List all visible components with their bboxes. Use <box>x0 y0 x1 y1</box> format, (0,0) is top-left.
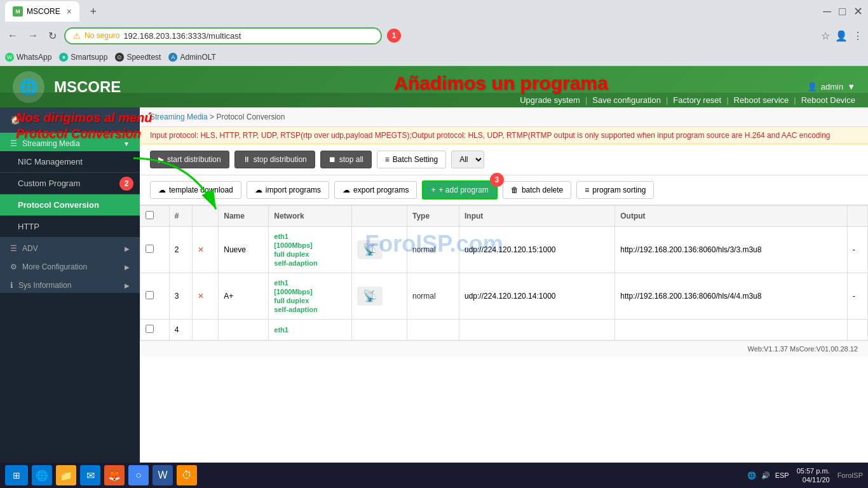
sidebar-item-http[interactable]: HTTP <box>0 216 140 238</box>
upgrade-system-link[interactable]: Upgrade system <box>520 95 580 105</box>
bookmark-whatsapp[interactable]: W WhatsApp <box>5 53 51 62</box>
row3-network: eth1[1000Mbps]full duplexself-adaption <box>269 273 352 320</box>
adv-arrow-icon: ▶ <box>125 245 130 252</box>
import-icon: ☁ <box>255 186 262 194</box>
taskbar-time-value: 05:57 p.m. <box>797 466 830 475</box>
tab-close[interactable]: × <box>67 6 72 17</box>
start-button[interactable]: ⊞ <box>5 465 28 485</box>
col-id: # <box>169 206 192 227</box>
row3-checkbox[interactable] <box>140 273 170 320</box>
start-icon: ▶ <box>158 155 164 164</box>
sidebar-item-protocol[interactable]: Protocol Conversion <box>0 194 140 216</box>
template-download-button[interactable]: ☁ template download <box>150 181 241 199</box>
row2-checkbox[interactable] <box>140 227 170 273</box>
nav-forward-icon[interactable]: → <box>25 27 41 44</box>
sidebar-section-adv[interactable]: ☰ ADV ▶ <box>0 238 140 256</box>
maximize-icon[interactable]: □ <box>839 5 846 18</box>
taskbar-firefox[interactable]: 🦊 <box>104 465 125 485</box>
table-row: 4 eth1 <box>140 320 868 341</box>
select-all-checkbox[interactable] <box>146 211 154 219</box>
adv-icon: ☰ <box>10 244 17 253</box>
taskbar-lang[interactable]: ESP <box>775 471 789 479</box>
row4-del[interactable] <box>193 320 219 341</box>
bookmark-adminolt[interactable]: A AdminOLT <box>168 53 215 62</box>
taskbar-files[interactable]: 📁 <box>56 465 76 485</box>
taskbar-clock: 05:57 p.m. 04/11/20 <box>797 466 830 485</box>
row2-del[interactable]: ✕ <box>193 227 219 273</box>
breadcrumb: Streaming Media > Protocol Conversion <box>140 107 868 127</box>
sidebar-section-streaming[interactable]: ☰ Streaming Media ▼ <box>0 133 140 151</box>
taskbar-extra[interactable]: ⏱ <box>177 465 197 485</box>
alert-bar: Input protocol: HLS, HTTP, RTP, UDP, RTS… <box>140 127 868 144</box>
taskbar-word[interactable]: W <box>153 465 173 485</box>
stop-icon: ⏸ <box>243 155 250 164</box>
app: 🌐 MSCORE 👤 admin ▼ Añadimos un programa … <box>0 66 868 488</box>
bookmark-speedtest[interactable]: ⊙ Speedtest <box>115 53 161 62</box>
taskbar-edge[interactable]: 🌐 <box>32 465 52 485</box>
nav-back-icon[interactable]: ← <box>5 27 20 44</box>
col-type: Type <box>407 206 459 227</box>
batch-icon: ≡ <box>385 155 390 164</box>
header-user[interactable]: 👤 admin ▼ <box>807 82 855 92</box>
taskbar: ⊞ 🌐 📁 ✉ 🦊 ○ W ⏱ 🌐 🔊 ESP 05:57 p.m. 04/11… <box>0 463 868 488</box>
sidebar-item-nic[interactable]: NIC Management <box>0 151 140 173</box>
address-input[interactable] <box>123 31 373 41</box>
row3-stream-icon: 📡 <box>351 273 407 320</box>
row2-input: udp://224.120.120.15:1000 <box>459 227 615 273</box>
start-distribution-button[interactable]: ▶ start distribution <box>150 151 229 168</box>
save-configuration-link[interactable]: Save configuration <box>592 95 661 105</box>
batch-delete-button[interactable]: 🗑 batch delete <box>503 181 571 199</box>
add-program-button[interactable]: + + add program 3 <box>422 180 497 200</box>
row4-extra <box>847 320 867 341</box>
browser-titlebar: M MSCORE × + ─ □ ✕ <box>0 0 868 23</box>
address-bar[interactable]: ⚠ No seguro <box>64 27 382 44</box>
no-seguro-label: No seguro <box>85 31 119 40</box>
nav-refresh-icon[interactable]: ↻ <box>46 27 59 44</box>
row3-output: http://192.168.200.136:8060/hls/4/4.m3u8 <box>615 273 848 320</box>
breadcrumb-streaming[interactable]: Streaming Media <box>150 112 208 121</box>
batch-setting-button[interactable]: ≡ Batch Setting <box>377 151 446 168</box>
stop-all-button[interactable]: ⏹ stop all <box>320 151 372 168</box>
taskbar-chrome[interactable]: ○ <box>128 465 149 485</box>
address-warning-icon: ⚠ <box>73 31 81 41</box>
app-header: 🌐 MSCORE 👤 admin ▼ Añadimos un programa … <box>0 66 868 107</box>
more-config-icon: ⚙ <box>10 262 17 271</box>
new-tab-button[interactable]: + <box>85 3 102 20</box>
sidebar-section-sys-info[interactable]: ℹ Sys Information ▶ <box>0 274 140 293</box>
export-programs-button[interactable]: ☁ export programs <box>334 181 417 199</box>
reboot-device-link[interactable]: Reboot Device <box>801 95 855 105</box>
minimize-icon[interactable]: ─ <box>823 5 831 18</box>
filter-select[interactable]: All <box>451 151 484 168</box>
row2-status: normal <box>407 227 459 273</box>
row4-checkbox[interactable] <box>140 320 170 341</box>
user-label: admin <box>821 82 843 92</box>
col-status <box>193 206 219 227</box>
stop-distribution-button[interactable]: ⏸ stop distribution <box>234 151 315 168</box>
col-input: Input <box>459 206 615 227</box>
row4-stream-icon <box>351 320 407 341</box>
bookmark-smartsupp[interactable]: ● Smartsupp <box>59 53 107 62</box>
row2-output: http://192.168.200.136:8060/hls/3/3.m3u8 <box>615 227 848 273</box>
import-programs-button[interactable]: ☁ import programs <box>247 181 329 199</box>
footer-version: Web:V1.1.37 MsCore:V01.00.28.12 <box>140 341 868 356</box>
program-sorting-button[interactable]: ≡ program sorting <box>576 181 654 199</box>
reboot-service-link[interactable]: Reboot service <box>734 95 789 105</box>
sidebar-home[interactable]: 🏠 <box>0 107 140 133</box>
more-config-arrow-icon: ▶ <box>125 264 130 271</box>
add-icon: + <box>431 186 435 194</box>
row2-name: Nueve <box>219 227 269 273</box>
bookmark-icon[interactable]: ☆ <box>821 30 830 42</box>
factory-reset-link[interactable]: Factory reset <box>673 95 721 105</box>
profile-icon[interactable]: 👤 <box>835 30 848 42</box>
row3-status: normal <box>407 273 459 320</box>
close-icon[interactable]: ✕ <box>853 4 863 18</box>
streaming-media-icon: ☰ <box>10 139 17 148</box>
sidebar-section-more-config[interactable]: ⚙ More Configuration ▶ <box>0 256 140 274</box>
table-row: 2 ✕ Nueve eth1[1000Mbps]full duplexself-… <box>140 227 868 273</box>
row3-input: udp://224.120.120.14:1000 <box>459 273 615 320</box>
row3-del[interactable]: ✕ <box>193 273 219 320</box>
taskbar-mail[interactable]: ✉ <box>80 465 100 485</box>
sidebar-item-custom[interactable]: Custom Program 2 <box>0 173 140 194</box>
menu-icon[interactable]: ⋮ <box>853 30 863 42</box>
export-icon: ☁ <box>342 186 350 194</box>
